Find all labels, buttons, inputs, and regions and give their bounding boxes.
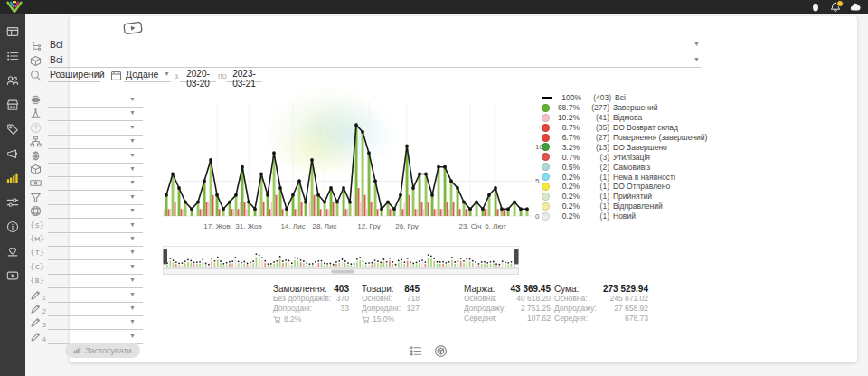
- legend-item[interactable]: 8.7%(35)DO Возврат склад: [542, 123, 713, 133]
- var-t-icon: {т}: [30, 248, 44, 257]
- var-c-select[interactable]: ▼: [48, 260, 143, 275]
- chart-navigator[interactable]: [163, 246, 519, 276]
- chevron-down-icon: ▼: [129, 277, 136, 283]
- date-to-input[interactable]: 2023-03-21: [226, 69, 262, 82]
- legend-count: (1): [582, 212, 609, 221]
- legend-item[interactable]: 6.7%(27)Повернення (завершений): [542, 133, 713, 143]
- legend-item[interactable]: 0.7%(3)Утилізація: [542, 152, 713, 162]
- sitemap-icon: [30, 136, 42, 147]
- var-m-select[interactable]: ▼: [48, 232, 143, 247]
- category-select[interactable]: Всі ▼: [48, 38, 701, 52]
- list-view-toggle[interactable]: [409, 344, 422, 358]
- legend-item[interactable]: 0.2%(1)DO Отправлено: [542, 182, 713, 192]
- stat-value: 403: [334, 284, 349, 294]
- legend-item[interactable]: 10.2%(41)Відмова: [542, 113, 713, 123]
- pencil-icon: [30, 316, 42, 328]
- cart-icon: [362, 315, 370, 324]
- date-type-select[interactable]: Додане ▼: [124, 68, 171, 82]
- date-from-input[interactable]: 2020-03-20: [180, 69, 216, 82]
- apply-button[interactable]: Застосувати: [65, 343, 140, 358]
- stat-sub-label: Основна:: [554, 294, 588, 304]
- sidebar-item-support[interactable]: [0, 239, 25, 263]
- chevron-down-icon: ▼: [129, 207, 136, 213]
- x-tick-label: 14. Лис: [280, 222, 305, 230]
- main-chart[interactable]: [163, 91, 533, 218]
- clapperboard-icon: [122, 20, 144, 37]
- fingerprint-select[interactable]: ▼: [48, 149, 143, 164]
- date-from-label: з: [175, 71, 178, 80]
- var-b-icon: {в}: [30, 276, 44, 285]
- legend-item[interactable]: 100%(403)Всі: [542, 93, 713, 103]
- legend-item[interactable]: 3.2%(13)DO Завершено: [542, 142, 713, 152]
- sidebar-item-clients[interactable]: [0, 68, 25, 92]
- legend-item[interactable]: 68.7%(277)Завершений: [542, 103, 713, 113]
- product-select[interactable]: ▼: [48, 163, 143, 177]
- product-view-toggle[interactable]: [434, 344, 448, 358]
- legend-item[interactable]: 0.2%(1)Нема в наявності: [542, 172, 713, 182]
- sidebar-item-orders[interactable]: [0, 43, 25, 68]
- legend-percent: 3.2%: [553, 143, 580, 152]
- notifications-bell-icon[interactable]: [830, 2, 841, 13]
- legend-count: (3): [582, 153, 609, 162]
- sidebar-item-store[interactable]: [0, 92, 25, 117]
- scale-select[interactable]: ▼: [48, 107, 143, 121]
- custom-field-2-select[interactable]: ▼: [48, 302, 143, 316]
- sidebar-item-analytics[interactable]: [0, 165, 25, 190]
- chevron-down-icon: ▼: [129, 318, 136, 324]
- stat-sub-value: 370: [336, 294, 349, 304]
- legend-dot-swatch: [542, 134, 550, 142]
- app-logo-icon[interactable]: [5, 1, 24, 13]
- users-icon: [6, 74, 19, 87]
- legend-count: (1): [582, 173, 609, 182]
- legend-percent: 10.2%: [553, 113, 580, 122]
- stat-sub-value: 33: [341, 304, 349, 314]
- legend-item[interactable]: 0.2%(1)Новий: [542, 212, 713, 221]
- cloud-icon[interactable]: [850, 2, 861, 13]
- legend-item[interactable]: 0.5%(2)Самовивіз: [542, 162, 713, 172]
- custom-field-1-select[interactable]: ▼: [48, 288, 143, 303]
- var-b-select[interactable]: ▼: [48, 274, 143, 288]
- help-select[interactable]: ▼: [48, 121, 143, 136]
- legend-percent: 0.2%: [553, 202, 580, 211]
- category-select-value: Всі: [50, 39, 63, 50]
- care-icon: [6, 245, 19, 258]
- chevron-down-icon: ▼: [129, 124, 136, 130]
- sidebar-item-dashboard[interactable]: [0, 19, 25, 43]
- sidebar-item-settings[interactable]: [0, 190, 25, 214]
- stat-column-margin: Маржа:43 369.45Основна:40 618.20Допродаж…: [464, 284, 551, 324]
- legend-count: (27): [582, 133, 609, 142]
- stat-sub-value: 718: [407, 294, 420, 304]
- legend-line-swatch: [542, 97, 552, 99]
- sidebar-item-marketing[interactable]: [0, 141, 25, 165]
- var-s-select[interactable]: ▼: [48, 219, 143, 233]
- sphere-select[interactable]: ▼: [48, 93, 143, 108]
- structure-select[interactable]: ▼: [48, 135, 143, 149]
- calendar-icon: [110, 70, 122, 81]
- var-m-icon: {м}: [30, 234, 44, 243]
- chevron-down-icon: ▼: [129, 193, 136, 200]
- legend-item[interactable]: 0.2%(1)Відправлений: [542, 202, 713, 212]
- sidebar-item-promotions[interactable]: [0, 117, 25, 141]
- search-mode-select[interactable]: Розширений ▼: [48, 68, 100, 82]
- sidebar-item-info[interactable]: [0, 214, 25, 239]
- fingerprint-icon: [30, 150, 42, 162]
- app-window: Всі ▼ Всі ▼ Розширений ▼ Додане ▼ з 2020…: [0, 0, 868, 376]
- product-select-value: Всі: [50, 54, 63, 65]
- payment-select[interactable]: ▼: [48, 176, 143, 191]
- sidebar-item-video-tutorials[interactable]: [0, 263, 25, 287]
- user-icon[interactable]: [810, 2, 821, 13]
- x-tick-label: 6. Лют: [485, 222, 506, 230]
- pencil-number: 2: [42, 308, 46, 315]
- product-select[interactable]: Всі ▼: [48, 53, 701, 68]
- status-funnel-select[interactable]: ▼: [48, 191, 143, 205]
- x-tick-label: 23. Січ: [458, 222, 481, 230]
- var-t-select[interactable]: ▼: [48, 246, 143, 260]
- sliders-icon: [6, 196, 19, 209]
- custom-field-3-select[interactable]: ▼: [48, 315, 143, 330]
- tag-icon: [6, 123, 19, 136]
- x-tick-label: 26. Гру: [395, 222, 419, 230]
- region-select[interactable]: ▼: [48, 204, 143, 219]
- legend-label: Відправлений: [613, 202, 663, 211]
- legend-item[interactable]: 0.2%(1)Прийнятий: [542, 192, 713, 202]
- product-box-icon: [30, 55, 42, 67]
